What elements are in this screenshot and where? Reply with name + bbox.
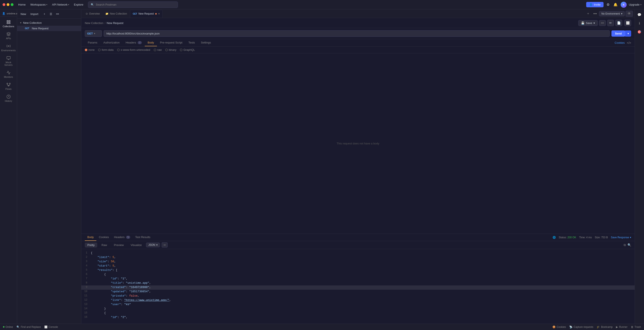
cookies-link[interactable]: Cookies <box>615 41 625 44</box>
code-line-14: 14 } <box>81 307 634 311</box>
tab-prerequest[interactable]: Pre-request Script <box>157 39 186 46</box>
invite-button[interactable]: 👤 Invite <box>586 2 604 7</box>
notification-button[interactable]: 🔔 <box>612 2 618 8</box>
sidebar-item-apis[interactable]: APIs <box>1 30 16 42</box>
body-urlencoded-label: x-www-form-urlencoded <box>121 48 150 52</box>
code-line-8: 8 "title": "unixtime.app", <box>81 281 634 285</box>
view-preview-button[interactable]: Preview <box>111 243 126 247</box>
bootcamp-button[interactable]: 🎓 Bootcamp <box>597 325 612 328</box>
line-number: 9 <box>81 286 91 289</box>
sidebar-item-flows[interactable]: Flows <box>1 80 16 92</box>
minimize-button[interactable] <box>7 3 10 6</box>
more-tabs-button[interactable]: ••• <box>592 11 598 16</box>
add-collection-icon[interactable]: ＋ <box>42 11 47 17</box>
line-content: "start": 5, <box>91 264 634 268</box>
sort-icon[interactable]: ☰ <box>48 12 54 17</box>
related-collections-button[interactable]: 🎯 <box>636 28 643 36</box>
new-collection-button[interactable]: New <box>20 12 27 17</box>
tab-params[interactable]: Params <box>85 39 100 46</box>
format-selector[interactable]: JSON ▾ <box>146 243 160 247</box>
code-icon-btn[interactable]: ⬜ <box>624 20 631 26</box>
tab-new-collection[interactable]: 📁 New Collection <box>103 10 130 18</box>
method-chevron: ▾ <box>94 32 95 35</box>
search-response-button[interactable]: 🔍 <box>628 243 631 247</box>
code-viewer[interactable]: 1{2 "limit": 5,3 "size": 50,4 "start": 5… <box>81 249 634 323</box>
mock-servers-icon <box>6 56 11 60</box>
body-option-none[interactable]: none <box>85 48 95 52</box>
maximize-button[interactable] <box>11 3 14 6</box>
settings-button[interactable]: ⚙ <box>606 2 610 8</box>
workspace-header[interactable]: 👤 unixtime.app <box>0 11 17 17</box>
close-button[interactable] <box>2 3 5 6</box>
runner-label: Runner <box>619 325 627 328</box>
flows-icon <box>6 83 11 87</box>
edit-icon-btn[interactable]: ✏ <box>607 20 614 26</box>
tab-authorization[interactable]: Authorization <box>100 39 123 46</box>
explore-link[interactable]: Explore <box>72 2 85 7</box>
sidebar-item-monitors[interactable]: Monitors <box>1 68 16 80</box>
collection-new-collection[interactable]: ▼ New Collection <box>17 20 81 26</box>
api-network-menu[interactable]: API Network ▾ <box>50 2 71 7</box>
res-tab-body[interactable]: Body <box>85 234 96 241</box>
tabs-bar-actions: ＋ ••• No Environment ▾ 👁 <box>585 11 633 17</box>
tab-overview[interactable]: ⊙ Overview <box>83 10 102 18</box>
request-item-name: New Request <box>32 27 48 30</box>
body-option-raw[interactable]: raw <box>154 48 162 52</box>
environments-label: Environments <box>1 49 16 52</box>
body-option-graphql[interactable]: GraphQL <box>180 48 195 52</box>
breadcrumb-collection-link[interactable]: New Collection <box>85 22 104 25</box>
code-line-1: 1{ <box>81 251 634 255</box>
upgrade-button[interactable]: Upgrade ▾ <box>629 3 642 6</box>
environment-quick-look[interactable]: 👁 <box>626 11 633 17</box>
send-button[interactable]: Send <box>612 31 625 37</box>
sidebar-item-collections[interactable]: Collections <box>1 18 16 30</box>
wrap-lines-button[interactable]: ⇔ <box>162 242 168 247</box>
send-dropdown-button[interactable]: ▾ <box>625 31 631 37</box>
bottom-cookies-button[interactable]: 🍪 Cookies <box>552 325 566 328</box>
res-tab-headers[interactable]: Headers 5 <box>112 234 133 241</box>
docs-icon-btn[interactable]: 📄 <box>615 20 622 26</box>
sidebar-item-history[interactable]: History <box>1 92 16 104</box>
environment-selector[interactable]: No Environment ▾ <box>599 11 625 16</box>
view-visualize-button[interactable]: Visualize <box>128 243 144 247</box>
find-replace-label: Find and Replace <box>21 325 41 328</box>
search-bar[interactable]: 🔍 Search Postman <box>88 2 178 8</box>
info-button[interactable]: ℹ <box>636 20 643 27</box>
more-options-btn[interactable]: ••• <box>599 20 606 26</box>
url-input[interactable] <box>104 30 610 37</box>
tab-close-icon[interactable]: ✕ <box>158 13 160 15</box>
runner-button[interactable]: ▶ Runner <box>616 325 627 328</box>
tab-new-request[interactable]: GET New Request ✕ <box>130 10 163 18</box>
view-pretty-button[interactable]: Pretty <box>85 243 97 247</box>
new-tab-button[interactable]: ＋ <box>585 11 591 17</box>
save-response-button[interactable]: Save Response ▾ <box>611 236 631 239</box>
method-select[interactable]: GET ▾ <box>85 30 102 37</box>
tab-settings[interactable]: Settings <box>198 39 214 46</box>
body-option-urlencoded[interactable]: x-www-form-urlencoded <box>117 48 150 52</box>
tab-headers[interactable]: Headers 7 <box>123 39 145 46</box>
comments-button[interactable]: 💬 <box>636 11 643 19</box>
sidebar-item-environments[interactable]: Environments <box>1 42 16 54</box>
view-raw-button[interactable]: Raw <box>99 243 110 247</box>
save-button[interactable]: 💾 Save ▾ <box>578 20 598 26</box>
home-link[interactable]: Home <box>16 2 28 7</box>
capture-requests-button[interactable]: 📡 Capture requests <box>569 325 593 328</box>
avatar[interactable]: K <box>621 2 627 8</box>
body-option-binary[interactable]: binary <box>165 48 176 52</box>
workspaces-menu[interactable]: Workspaces ▾ <box>29 2 49 7</box>
trash-button[interactable]: 🗑 Trash <box>631 325 641 328</box>
sidebar-item-mock-servers[interactable]: Mock Servers <box>1 54 16 68</box>
body-option-form-data[interactable]: form-data <box>98 48 114 52</box>
code-line-9: 9 "created": "1649718900", <box>81 285 634 290</box>
tab-tests[interactable]: Tests <box>186 39 198 46</box>
res-tab-cookies[interactable]: Cookies <box>96 234 112 241</box>
request-item-new-request[interactable]: GET New Request <box>17 26 81 31</box>
copy-response-button[interactable]: ⧉ <box>624 243 626 247</box>
res-tab-test-results[interactable]: Test Results <box>133 234 153 241</box>
import-button[interactable]: Import <box>30 12 39 17</box>
console-button[interactable]: ⬜ Console <box>44 325 58 328</box>
more-options-icon[interactable]: ••• <box>55 12 60 17</box>
tab-body[interactable]: Body <box>145 39 157 46</box>
find-replace-button[interactable]: 🔍 Find and Replace <box>16 325 41 328</box>
code-icon[interactable]: </> <box>627 41 631 45</box>
